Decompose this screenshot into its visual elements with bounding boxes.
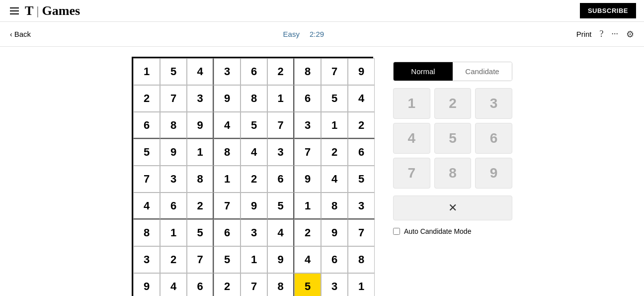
sudoku-cell[interactable]: 5 [187,219,214,246]
sudoku-cell[interactable]: 9 [294,166,321,193]
sudoku-cell[interactable]: 2 [267,58,294,85]
delete-button[interactable]: ✕ [393,196,512,220]
sudoku-cell[interactable]: 6 [348,139,375,166]
sudoku-cell[interactable]: 5 [241,112,267,139]
sudoku-cell[interactable]: 5 [267,193,294,219]
hamburger-menu[interactable] [8,5,21,16]
sudoku-cell[interactable]: 8 [348,246,375,273]
sudoku-cell[interactable]: 8 [241,85,267,112]
sudoku-cell[interactable]: 9 [267,246,294,273]
sudoku-cell[interactable]: 3 [348,193,375,219]
sudoku-cell[interactable]: 5 [214,246,241,273]
more-options-icon[interactable]: ··· [612,29,619,39]
candidate-mode-button[interactable]: Candidate [453,62,512,81]
sudoku-cell[interactable]: 6 [294,85,321,112]
sudoku-cell[interactable]: 4 [214,112,241,139]
sudoku-cell[interactable]: 2 [160,246,187,273]
sudoku-cell[interactable]: 4 [321,166,348,193]
sudoku-cell[interactable]: 2 [241,166,267,193]
sudoku-cell[interactable]: 3 [160,166,187,193]
sudoku-cell[interactable]: 1 [294,193,321,219]
num-btn-7[interactable]: 7 [393,158,430,189]
sudoku-cell[interactable]: 1 [133,58,160,85]
num-btn-1[interactable]: 1 [393,88,430,119]
num-btn-4[interactable]: 4 [393,123,430,154]
sudoku-cell[interactable]: 6 [214,219,241,246]
sudoku-cell[interactable]: 3 [214,58,241,85]
sudoku-cell[interactable]: 1 [321,112,348,139]
sudoku-cell[interactable]: 9 [133,273,160,296]
subscribe-button[interactable]: SUBSCRIBE [580,3,636,18]
sudoku-cell[interactable]: 8 [321,193,348,219]
sudoku-cell[interactable]: 3 [187,85,214,112]
num-btn-6[interactable]: 6 [475,123,512,154]
sudoku-cell[interactable]: 7 [294,139,321,166]
auto-candidate-checkbox[interactable] [393,228,400,235]
sudoku-cell[interactable]: 1 [214,166,241,193]
sudoku-cell[interactable]: 3 [267,139,294,166]
sudoku-cell[interactable]: 8 [187,166,214,193]
sudoku-cell[interactable]: 5 [321,85,348,112]
sudoku-cell[interactable]: 2 [348,112,375,139]
num-btn-8[interactable]: 8 [434,158,472,189]
sudoku-cell[interactable]: 8 [267,273,294,296]
sudoku-cell[interactable]: 5 [133,139,160,166]
sudoku-cell[interactable]: 1 [348,273,375,296]
num-btn-3[interactable]: 3 [475,88,512,119]
sudoku-cell[interactable]: 4 [187,58,214,85]
sudoku-cell[interactable]: 7 [187,246,214,273]
sudoku-cell[interactable]: 6 [241,58,267,85]
sudoku-cell[interactable]: 9 [160,139,187,166]
sudoku-cell[interactable]: 5 [294,273,321,296]
sudoku-cell[interactable]: 5 [348,166,375,193]
sudoku-cell[interactable]: 5 [160,58,187,85]
sudoku-cell[interactable]: 4 [160,273,187,296]
sudoku-cell[interactable]: 7 [348,219,375,246]
sudoku-cell[interactable]: 3 [294,112,321,139]
sudoku-cell[interactable]: 4 [348,85,375,112]
sudoku-cell[interactable]: 8 [214,139,241,166]
sudoku-cell[interactable]: 8 [133,219,160,246]
sudoku-cell[interactable]: 4 [294,246,321,273]
sudoku-cell[interactable]: 6 [321,246,348,273]
sudoku-cell[interactable]: 1 [160,219,187,246]
sudoku-cell[interactable]: 2 [294,219,321,246]
help-icon[interactable]: ? [600,29,604,39]
sudoku-cell[interactable]: 9 [241,193,267,219]
sudoku-cell[interactable]: 6 [133,112,160,139]
sudoku-cell[interactable]: 3 [133,246,160,273]
sudoku-cell[interactable]: 1 [241,246,267,273]
sudoku-cell[interactable]: 4 [267,219,294,246]
sudoku-cell[interactable]: 7 [214,193,241,219]
num-btn-5[interactable]: 5 [434,123,472,154]
sudoku-cell[interactable]: 4 [133,193,160,219]
sudoku-cell[interactable]: 1 [187,139,214,166]
sudoku-cell[interactable]: 6 [187,273,214,296]
sudoku-cell[interactable]: 7 [241,273,267,296]
sudoku-cell[interactable]: 2 [321,139,348,166]
sudoku-cell[interactable]: 2 [133,85,160,112]
num-btn-2[interactable]: 2 [434,88,472,119]
sudoku-cell[interactable]: 9 [214,85,241,112]
sudoku-cell[interactable]: 2 [214,273,241,296]
num-btn-9[interactable]: 9 [475,158,512,189]
sudoku-cell[interactable]: 6 [267,166,294,193]
back-button[interactable]: ‹ Back [10,30,31,38]
sudoku-cell[interactable]: 3 [241,219,267,246]
sudoku-cell[interactable]: 8 [294,58,321,85]
settings-icon[interactable]: ⚙ [626,29,634,40]
sudoku-cell[interactable]: 7 [267,112,294,139]
sudoku-cell[interactable]: 9 [187,112,214,139]
print-button[interactable]: Print [576,30,592,38]
sudoku-cell[interactable]: 7 [133,166,160,193]
normal-mode-button[interactable]: Normal [394,62,453,81]
sudoku-cell[interactable]: 4 [241,139,267,166]
sudoku-cell[interactable]: 8 [160,112,187,139]
sudoku-cell[interactable]: 9 [321,219,348,246]
sudoku-cell[interactable]: 9 [348,58,375,85]
sudoku-cell[interactable]: 1 [267,85,294,112]
sudoku-cell[interactable]: 7 [160,85,187,112]
sudoku-cell[interactable]: 3 [321,273,348,296]
sudoku-cell[interactable]: 2 [187,193,214,219]
sudoku-cell[interactable]: 6 [160,193,187,219]
